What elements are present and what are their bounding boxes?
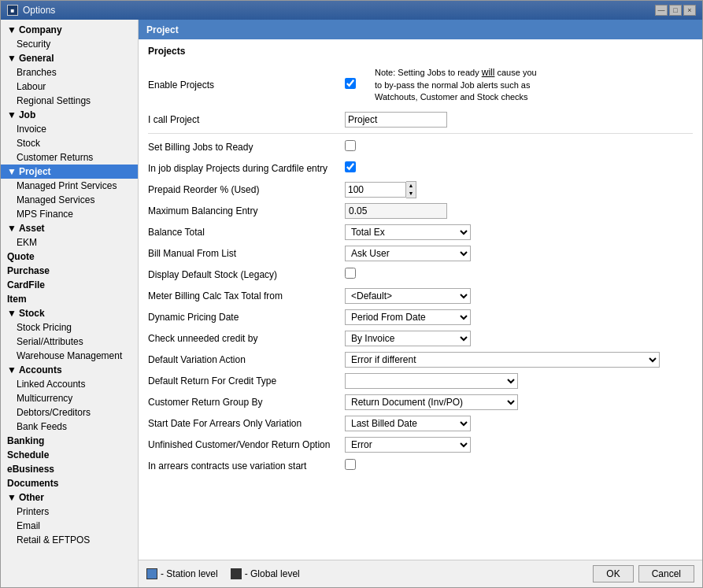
start-date-arrears-label: Start Date For Arrears Only Variation — [148, 418, 345, 429]
sidebar-item-managed-print-services[interactable]: Managed Print Services — [1, 179, 138, 193]
window-title: Options — [23, 5, 55, 16]
default-return-select[interactable]: Option1 — [345, 373, 518, 389]
sidebar-item-ekm[interactable]: EKM — [1, 235, 138, 250]
start-date-arrears-select[interactable]: Last Billed Date Option1 — [345, 416, 471, 431]
in-job-display-checkbox[interactable] — [345, 161, 356, 172]
sidebar-item-invoice[interactable]: Invoice — [1, 122, 138, 136]
job-triangle: ▼ — [7, 109, 17, 120]
sidebar-label-purchase: Purchase — [7, 265, 50, 276]
asset-triangle: ▼ — [7, 223, 17, 234]
start-date-arrears-control: Last Billed Date Option1 — [345, 416, 471, 431]
sidebar-label-ekm: EKM — [17, 237, 37, 248]
meter-billing-label: Meter Billing Calc Tax Total from — [148, 290, 345, 301]
section-title: Project — [146, 24, 179, 35]
in-arrears-contracts-checkbox[interactable] — [345, 459, 356, 470]
display-default-stock-control — [345, 268, 356, 281]
prepaid-reorder-down[interactable]: ▼ — [406, 190, 416, 198]
sidebar-item-regional-settings[interactable]: Regional Settings — [1, 94, 138, 108]
sidebar-item-printers[interactable]: Printers — [1, 505, 138, 519]
sidebar-item-ebusiness[interactable]: eBusiness — [1, 462, 138, 476]
title-bar-controls: — □ × — [655, 5, 696, 16]
in-arrears-contracts-row: In arrears contracts use variation start — [148, 457, 693, 475]
sidebar-item-linked-accounts[interactable]: Linked Accounts — [1, 377, 138, 391]
sidebar-label-quote: Quote — [7, 251, 35, 262]
company-triangle: ▼ — [7, 24, 17, 35]
sidebar-item-asset[interactable]: ▼ Asset — [1, 221, 138, 235]
sidebar-item-quote[interactable]: Quote — [1, 250, 138, 264]
sidebar-label-serial-attributes: Serial/Attributes — [17, 336, 83, 347]
sidebar-item-email[interactable]: Email — [1, 519, 138, 533]
sidebar-item-stock-pricing[interactable]: Stock Pricing — [1, 320, 138, 335]
sidebar-item-general[interactable]: ▼ General — [1, 51, 138, 65]
prepaid-reorder-spin: ▲ ▼ — [406, 181, 416, 198]
sidebar-item-multicurrency[interactable]: Multicurrency — [1, 391, 138, 405]
global-legend-box — [231, 568, 242, 579]
sidebar-label-invoice: Invoice — [17, 124, 46, 135]
sidebar-item-schedule[interactable]: Schedule — [1, 448, 138, 462]
sidebar-item-cardfile[interactable]: CardFile — [1, 278, 138, 292]
station-legend: - Station level — [146, 568, 218, 579]
sidebar-item-customer-returns[interactable]: Customer Returns — [1, 150, 138, 165]
sidebar-item-mps-finance[interactable]: MPS Finance — [1, 207, 138, 221]
sidebar-label-general: General — [19, 53, 54, 64]
sidebar-item-stock-job[interactable]: Stock — [1, 136, 138, 150]
customer-return-select[interactable]: Return Document (Inv/PO) Option1 — [345, 394, 518, 410]
sidebar-item-stock[interactable]: ▼ Stock — [1, 306, 138, 320]
i-call-project-input[interactable] — [345, 112, 447, 128]
sidebar-item-accounts[interactable]: ▼ Accounts — [1, 363, 138, 377]
note-box: Note: Setting Jobs to ready will cause y… — [372, 63, 545, 107]
app-icon: ■ — [7, 5, 18, 16]
default-variation-select[interactable]: Error if different Option1 — [345, 352, 660, 368]
set-billing-jobs-checkbox[interactable] — [345, 140, 356, 151]
sidebar-label-company: Company — [19, 24, 62, 35]
sidebar-label-asset: Asset — [19, 223, 45, 234]
bill-manual-row: Bill Manual From List Ask User Yes No — [148, 245, 693, 262]
sidebar-item-serial-attributes[interactable]: Serial/Attributes — [1, 335, 138, 349]
unfinished-customer-select[interactable]: Error Option1 — [345, 437, 471, 453]
accounts-triangle: ▼ — [7, 364, 17, 375]
dynamic-pricing-control: Period From Date Option1 — [345, 309, 471, 325]
ok-button[interactable]: OK — [593, 565, 633, 582]
title-bar: ■ Options — □ × — [1, 1, 702, 20]
sidebar-item-security[interactable]: Security — [1, 37, 138, 51]
sidebar-item-banking[interactable]: Banking — [1, 434, 138, 448]
sidebar-item-branches[interactable]: Branches — [1, 65, 138, 80]
sidebar-item-job[interactable]: ▼ Job — [1, 108, 138, 122]
sidebar-item-retail-eftpos[interactable]: Retail & EFTPOS — [1, 533, 138, 547]
check-unneeded-select[interactable]: By Invoice Option1 — [345, 331, 471, 346]
sub-header: Projects — [148, 46, 693, 57]
sidebar-label-stock: Stock — [19, 308, 45, 319]
meter-billing-select[interactable]: <Default> Option1 — [345, 288, 471, 304]
sidebar-item-warehouse-management[interactable]: Warehouse Management — [1, 349, 138, 363]
prepaid-reorder-input[interactable] — [345, 182, 406, 198]
sidebar-label-documents: Documents — [7, 478, 58, 489]
sidebar-item-labour[interactable]: Labour — [1, 80, 138, 94]
sidebar-label-schedule: Schedule — [7, 449, 49, 460]
sidebar-item-project[interactable]: ▼ Project — [1, 165, 138, 179]
cancel-button[interactable]: Cancel — [638, 565, 694, 582]
bottom-bar: - Station level - Global level OK Cancel — [139, 560, 702, 587]
main-panel: Project Projects Enable Projects Note: S… — [139, 20, 702, 587]
enable-projects-checkbox[interactable] — [345, 78, 356, 89]
check-unneeded-control: By Invoice Option1 — [345, 331, 471, 346]
sidebar-item-other[interactable]: ▼ Other — [1, 490, 138, 505]
check-unneeded-label: Check unneeded credit by — [148, 333, 345, 344]
sidebar-item-purchase[interactable]: Purchase — [1, 264, 138, 278]
dynamic-pricing-select[interactable]: Period From Date Option1 — [345, 309, 471, 325]
prepaid-reorder-up[interactable]: ▲ — [406, 182, 416, 190]
display-default-stock-checkbox[interactable] — [345, 268, 356, 279]
global-legend-label: - Global level — [245, 568, 300, 579]
minimize-button[interactable]: — — [655, 5, 668, 16]
sidebar-item-documents[interactable]: Documents — [1, 476, 138, 490]
sidebar-item-debtors-creditors[interactable]: Debtors/Creditors — [1, 405, 138, 420]
sidebar-item-company[interactable]: ▼ Company — [1, 23, 138, 37]
sidebar-label-job: Job — [19, 109, 35, 120]
sidebar-item-item[interactable]: Item — [1, 292, 138, 306]
close-button[interactable]: × — [683, 5, 696, 16]
sidebar-item-bank-feeds[interactable]: Bank Feeds — [1, 420, 138, 434]
bill-manual-select[interactable]: Ask User Yes No — [345, 246, 471, 261]
maximize-button[interactable]: □ — [669, 5, 682, 16]
balance-total-select[interactable]: Total Ex Total Inc — [345, 224, 471, 240]
display-default-stock-label: Display Default Stock (Legacy) — [148, 269, 345, 280]
sidebar-item-managed-services[interactable]: Managed Services — [1, 193, 138, 207]
